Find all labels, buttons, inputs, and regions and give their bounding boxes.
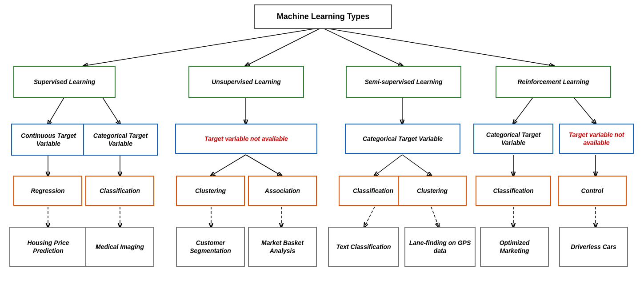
market-basket-label: Market Basket Analysis bbox=[252, 239, 312, 255]
svg-line-14 bbox=[375, 155, 402, 176]
classification-rl-label: Classification bbox=[493, 187, 533, 195]
svg-line-23 bbox=[431, 207, 439, 227]
driverless-label: Driverless Cars bbox=[571, 243, 616, 251]
node-categorical-tv-sup: Categorical Target Variable bbox=[83, 124, 158, 156]
optimized-marketing-label: Optimized Marketing bbox=[484, 239, 544, 255]
svg-line-1 bbox=[246, 28, 322, 66]
node-target-na-unsup: Target variable not available bbox=[175, 124, 317, 154]
node-classification-rl: Classification bbox=[476, 176, 551, 206]
categorical-tv-semi-label: Categorical Target Variable bbox=[363, 135, 443, 143]
categorical-tv-rl-label: Categorical Target Variable bbox=[478, 131, 549, 147]
supervised-label: Supervised Learning bbox=[34, 78, 95, 86]
node-medical: Medical Imaging bbox=[85, 227, 154, 267]
node-unsupervised: Unsupervised Learning bbox=[188, 66, 304, 98]
lane-finding-label: Lane-finding on GPS data bbox=[409, 239, 471, 255]
node-control: Control bbox=[558, 176, 627, 206]
node-supervised: Supervised Learning bbox=[13, 66, 116, 98]
semisupervised-label: Semi-supervised Learning bbox=[364, 78, 442, 86]
ml-types-diagram: Machine Learning Types Supervised Learni… bbox=[0, 0, 644, 281]
node-classification-semi: Classification bbox=[339, 176, 408, 206]
svg-line-2 bbox=[322, 28, 402, 66]
svg-line-3 bbox=[322, 28, 553, 66]
clustering-semi-label: Clustering bbox=[417, 187, 448, 195]
classification-semi-label: Classification bbox=[353, 187, 393, 195]
svg-line-13 bbox=[246, 155, 281, 176]
node-text-class: Text Classification bbox=[328, 227, 399, 267]
svg-line-9 bbox=[573, 97, 596, 124]
node-continuous-tv: Continuous Target Variable bbox=[11, 124, 86, 156]
categorical-tv-sup-label: Categorical Target Variable bbox=[88, 132, 153, 148]
node-classification-sup: Classification bbox=[85, 176, 154, 206]
node-customer: Customer Segmentation bbox=[176, 227, 245, 267]
node-lane-finding: Lane-finding on GPS data bbox=[404, 227, 476, 267]
svg-line-4 bbox=[48, 97, 64, 124]
continuous-tv-label: Continuous Target Variable bbox=[16, 132, 81, 148]
node-market-basket: Market Basket Analysis bbox=[248, 227, 317, 267]
node-association: Association bbox=[248, 176, 317, 206]
node-reinforcement: Reinforcement Learning bbox=[496, 66, 611, 98]
target-na-rl-label: Target variable not available bbox=[564, 131, 629, 147]
target-na-unsup-label: Target variable not available bbox=[204, 135, 288, 143]
node-regression: Regression bbox=[13, 176, 82, 206]
root-label: Machine Learning Types bbox=[277, 12, 370, 22]
node-housing: Housing Price Prediction bbox=[9, 227, 87, 267]
svg-line-12 bbox=[211, 155, 246, 176]
housing-label: Housing Price Prediction bbox=[14, 239, 83, 255]
classification-sup-label: Classification bbox=[100, 187, 140, 195]
customer-label: Customer Segmentation bbox=[180, 239, 240, 255]
node-semisupervised: Semi-supervised Learning bbox=[346, 66, 461, 98]
node-optimized-marketing: Optimized Marketing bbox=[480, 227, 549, 267]
node-root: Machine Learning Types bbox=[254, 4, 392, 29]
control-label: Control bbox=[581, 187, 604, 195]
medical-label: Medical Imaging bbox=[96, 243, 144, 251]
text-class-label: Text Classification bbox=[336, 243, 391, 251]
svg-line-0 bbox=[84, 28, 322, 66]
node-clustering-semi: Clustering bbox=[398, 176, 467, 206]
svg-line-22 bbox=[364, 207, 375, 227]
clustering-unsup-label: Clustering bbox=[195, 187, 226, 195]
unsupervised-label: Unsupervised Learning bbox=[212, 78, 281, 86]
regression-label: Regression bbox=[31, 187, 64, 195]
node-driverless: Driverless Cars bbox=[559, 227, 628, 267]
svg-line-8 bbox=[513, 97, 533, 124]
reinforcement-label: Reinforcement Learning bbox=[517, 78, 589, 86]
svg-line-15 bbox=[402, 155, 431, 176]
svg-line-5 bbox=[102, 97, 120, 124]
node-clustering-unsup: Clustering bbox=[176, 176, 245, 206]
node-categorical-tv-rl: Categorical Target Variable bbox=[473, 124, 553, 154]
node-target-na-rl: Target variable not available bbox=[559, 124, 634, 154]
association-label: Association bbox=[265, 187, 300, 195]
node-categorical-tv-semi: Categorical Target Variable bbox=[345, 124, 460, 154]
